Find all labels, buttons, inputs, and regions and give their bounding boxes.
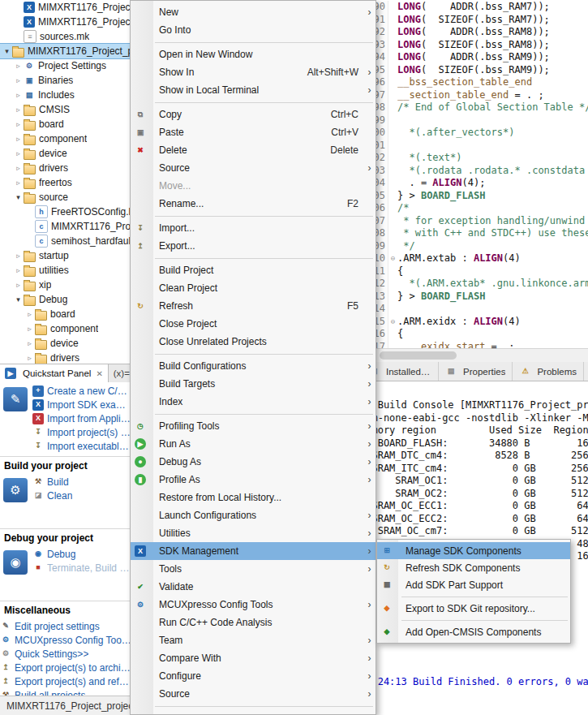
scrollbar-thumb[interactable]	[380, 351, 457, 360]
menu-item[interactable]: ↧Import...	[131, 219, 376, 237]
quickstart-action[interactable]: ⚙MCUXpresso Config Tools>>	[0, 633, 131, 647]
expand-closed-icon[interactable]: ▹	[13, 149, 24, 157]
menu-item[interactable]: ✖DeleteDelete	[131, 141, 376, 159]
editor-horizontal-scrollbar[interactable]	[357, 348, 588, 363]
menu-item[interactable]: Clean Project	[131, 279, 376, 297]
quickstart-action[interactable]: ↧Import project(s) from file system...	[32, 425, 131, 439]
menu-item[interactable]: Rename...F2	[131, 195, 376, 213]
menu-item[interactable]: Utilities›	[131, 524, 376, 542]
quickstart-action[interactable]: XImport from Application Code Hub	[32, 411, 131, 425]
menu-item[interactable]: Configure›	[131, 667, 376, 685]
menu-item[interactable]: ↻RefreshF5	[131, 297, 376, 315]
project-explorer[interactable]: XMIMXRT1176_Project_project LinkServer D…	[0, 0, 131, 364]
view-tab-properties[interactable]: ▤Properties	[439, 362, 513, 381]
menu-item[interactable]: ▶Run As›	[131, 435, 376, 453]
expand-closed-icon[interactable]: ▹	[24, 354, 35, 362]
tree-item[interactable]: XMIMXRT1176_Project_project LinkServer D…	[0, 0, 131, 15]
quickstart-action[interactable]: ↧Import executable from file system	[32, 439, 131, 453]
quickstart-action[interactable]: ⚒Build all projects	[0, 688, 131, 696]
quickstart-action[interactable]: ◉Debug	[32, 547, 131, 561]
menu-item[interactable]: Launch Configurations›	[131, 506, 376, 524]
quickstart-action[interactable]: XImport SDK example(s)...	[32, 398, 131, 411]
menu-item[interactable]: Show in Local Terminal›	[131, 81, 376, 99]
expand-closed-icon[interactable]: ▹	[13, 164, 24, 172]
menu-item[interactable]: ⚙MCUXpresso Config Tools›	[131, 596, 376, 614]
tree-item[interactable]: ▹device	[0, 146, 131, 161]
menu-item[interactable]: Source›	[131, 685, 376, 703]
tree-item[interactable]: hFreeRTOSConfig.h	[0, 205, 131, 219]
view-tab-problems[interactable]: ⚠Problems	[513, 362, 584, 381]
linker-script-editor[interactable]: 90LONG( ADDR(.bss_RAM7));91LONG( SIZEOF(…	[357, 0, 588, 349]
tree-item[interactable]: ▹board	[0, 307, 131, 321]
menu-item[interactable]: Close Project	[131, 315, 376, 333]
menu-item[interactable]: ◷Profiling Tools›	[131, 417, 376, 435]
expand-closed-icon[interactable]: ▹	[13, 120, 24, 128]
tree-item[interactable]: ▹▤Includes	[0, 88, 131, 102]
tree-item[interactable]: ▹drivers	[0, 161, 131, 175]
menu-item[interactable]: Show InAlt+Shift+W›	[131, 63, 376, 81]
expand-closed-icon[interactable]: ▹	[13, 91, 24, 99]
tree-item[interactable]: XMIMXRT1176_Project_project JLink Debug.…	[0, 15, 131, 29]
tree-item[interactable]: ▾MIMXRT1176_Project_project	[0, 44, 131, 58]
tree-item[interactable]: ▹drivers	[0, 351, 131, 364]
menu-item[interactable]: ◆Add Open-CMSIS Components	[377, 623, 570, 640]
expand-closed-icon[interactable]: ▹	[13, 106, 24, 114]
menu-item[interactable]: ⊞Manage SDK Components	[377, 542, 570, 559]
fold-collapse-icon[interactable]: ⊖	[388, 252, 397, 265]
tree-item[interactable]: ▹⚙Project Settings	[0, 58, 131, 73]
tree-item[interactable]: ▹utilities	[0, 263, 131, 278]
tree-item[interactable]: ▾source	[0, 190, 131, 205]
menu-item[interactable]: Compare With›	[131, 649, 376, 667]
menu-item[interactable]: ▣PasteCtrl+V	[131, 123, 376, 141]
expand-closed-icon[interactable]: ▹	[13, 135, 24, 143]
menu-item[interactable]: Tools›	[131, 560, 376, 578]
tree-item[interactable]: ▹startup	[0, 248, 131, 263]
quickstart-action[interactable]: +Create a new C/C++ project...	[32, 384, 131, 398]
expand-closed-icon[interactable]: ▹	[24, 325, 35, 333]
tree-item[interactable]: ▹CMSIS	[0, 102, 131, 117]
expand-closed-icon[interactable]: ▹	[13, 179, 24, 187]
menu-item[interactable]: Build Configurations›	[131, 357, 376, 375]
expand-open-icon[interactable]: ▾	[13, 295, 24, 304]
quickstart-action[interactable]: ◪Clean	[32, 489, 131, 502]
tree-item[interactable]: ▾Debug	[0, 292, 131, 307]
quickstart-action[interactable]: ↥Export project(s) and references to arc…	[0, 674, 131, 688]
menu-item[interactable]: Build Targets›	[131, 375, 376, 393]
tree-item[interactable]: ▹board	[0, 117, 131, 131]
menu-item[interactable]: Open in New Window	[131, 45, 376, 63]
quickstart-action[interactable]: ✎Edit project settings	[0, 619, 131, 633]
expand-closed-icon[interactable]: ▹	[13, 62, 24, 70]
quickstart-action[interactable]: ↥Export project(s) to archive (zip)	[0, 661, 131, 674]
menu-item[interactable]: ⧉CopyCtrl+C	[131, 106, 376, 123]
tree-item[interactable]: cMIMXRT1176_Project_project.c	[0, 219, 131, 234]
expand-open-icon[interactable]: ▾	[2, 47, 12, 55]
menu-item[interactable]: XSDK Management›	[131, 542, 376, 560]
fold-collapse-icon[interactable]: ⊖	[388, 316, 397, 329]
expand-closed-icon[interactable]: ▹	[24, 339, 35, 347]
expand-closed-icon[interactable]: ▹	[24, 310, 35, 318]
quickstart-action[interactable]: ⚒Build	[32, 475, 131, 489]
tree-item[interactable]: ▹freertos	[0, 175, 131, 190]
expand-closed-icon[interactable]: ▹	[13, 76, 24, 84]
view-tab-console[interactable]: ▥Console	[584, 362, 588, 381]
quickstart-tab[interactable]: ▶Quickstart Panel✕	[0, 364, 109, 382]
menu-item[interactable]: PropertiesAlt+Enter	[131, 709, 376, 715]
tree-item[interactable]: csemihost_hardfault.c	[0, 234, 131, 248]
menu-item[interactable]: Source›	[131, 159, 376, 177]
tree-item[interactable]: ▹xip	[0, 278, 131, 292]
menu-item[interactable]: ▦Add SDK Part Support	[377, 576, 570, 593]
menu-item[interactable]: Index›	[131, 393, 376, 411]
tree-item[interactable]: ▹component	[0, 321, 131, 336]
menu-item[interactable]: ↻Refresh SDK Components	[377, 559, 570, 576]
quickstart-action[interactable]: ⚙Quick Settings>>	[0, 647, 131, 661]
menu-item[interactable]: ●Debug As›	[131, 453, 376, 471]
tree-item[interactable]: ▹device	[0, 336, 131, 351]
expand-closed-icon[interactable]: ▹	[13, 266, 24, 274]
menu-item[interactable]: Team›	[131, 631, 376, 649]
menu-item[interactable]: ◆Export to SDK Git repository...	[377, 600, 570, 617]
expand-closed-icon[interactable]: ▹	[13, 281, 24, 289]
expand-open-icon[interactable]: ▾	[13, 193, 24, 201]
menu-item[interactable]: ✔Validate	[131, 578, 376, 596]
expand-closed-icon[interactable]: ▹	[13, 252, 24, 260]
menu-item[interactable]: Build Project	[131, 261, 376, 279]
